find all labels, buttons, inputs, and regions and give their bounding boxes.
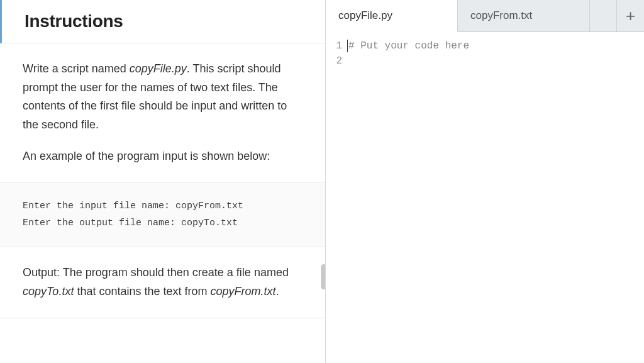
line-number: 1: [326, 38, 342, 53]
code-comment: # Put your code here: [348, 38, 469, 53]
line-number: 2: [326, 53, 342, 69]
scrollbar-handle[interactable]: [321, 264, 326, 289]
instructions-title: Instructions: [25, 11, 303, 31]
text: Output: The program should then create a…: [23, 266, 289, 279]
filename-italic: copyFile.py: [130, 62, 187, 75]
instructions-header: Instructions: [0, 0, 325, 43]
filename-italic: copyFrom.txt: [211, 285, 276, 298]
instructions-panel: Instructions Write a script named copyFi…: [0, 0, 326, 363]
instructions-body-1: Write a script named copyFile.py. This s…: [0, 43, 325, 182]
line-number-gutter: 1 2: [326, 38, 347, 363]
text: .: [276, 285, 279, 298]
code-line-2[interactable]: [347, 53, 644, 69]
editor-panel: copyFile.py copyFrom.txt + 1 2 # Put you…: [326, 0, 644, 363]
instructions-example-intro: An example of the program input is shown…: [23, 147, 303, 166]
text: that contains the text from: [74, 285, 210, 298]
filename-italic: copyTo.txt: [23, 285, 74, 298]
tabs-bar: copyFile.py copyFrom.txt +: [326, 0, 644, 32]
code-editor[interactable]: 1 2 # Put your code here: [326, 32, 644, 363]
text: Write a script named: [23, 62, 130, 75]
code-example-block: Enter the input file name: copyFrom.txt …: [0, 182, 325, 247]
tab-label: copyFrom.txt: [470, 9, 532, 22]
code-area[interactable]: # Put your code here: [347, 38, 644, 363]
instructions-paragraph-1: Write a script named copyFile.py. This s…: [23, 60, 303, 135]
tab-copyfrom-txt[interactable]: copyFrom.txt: [458, 0, 590, 31]
tab-label: copyFile.py: [338, 9, 392, 22]
text-cursor: [347, 40, 348, 52]
tab-copyfile-py[interactable]: copyFile.py: [326, 0, 458, 32]
instructions-output-paragraph: Output: The program should then create a…: [23, 264, 303, 301]
plus-icon: +: [626, 6, 635, 26]
add-tab-button[interactable]: +: [616, 0, 644, 31]
instructions-body-2: Output: The program should then create a…: [0, 247, 325, 318]
code-line-1[interactable]: # Put your code here: [347, 38, 644, 53]
